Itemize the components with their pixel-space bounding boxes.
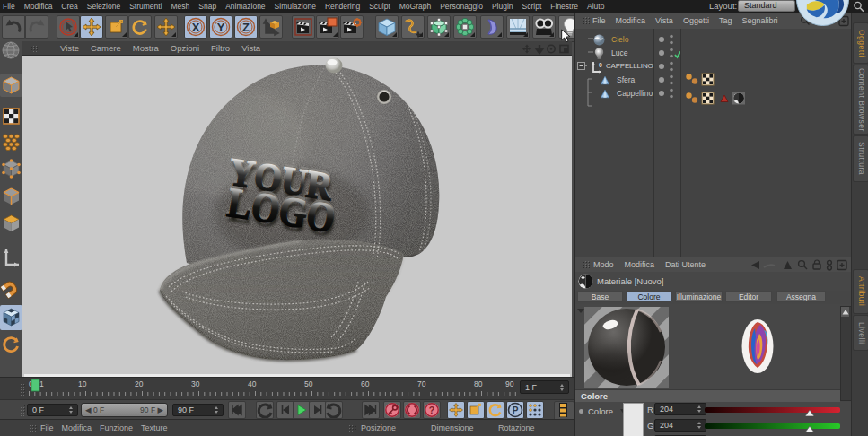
svg-text:60: 60 bbox=[361, 379, 370, 388]
svg-text:P: P bbox=[513, 405, 519, 415]
svg-text:0: 0 bbox=[599, 62, 602, 68]
svg-text:50: 50 bbox=[304, 379, 313, 388]
svg-text:Y: Y bbox=[217, 21, 225, 34]
svg-text:40: 40 bbox=[248, 379, 257, 388]
svg-text:?: ? bbox=[429, 405, 434, 415]
svg-text:70: 70 bbox=[417, 379, 426, 388]
svg-text:1: 1 bbox=[39, 379, 44, 388]
svg-text:Z: Z bbox=[242, 21, 250, 34]
svg-text:10: 10 bbox=[78, 379, 87, 388]
svg-text:20: 20 bbox=[135, 379, 144, 388]
svg-text:80: 80 bbox=[474, 379, 483, 388]
svg-text:30: 30 bbox=[191, 379, 200, 388]
svg-text:90: 90 bbox=[505, 379, 514, 388]
svg-text:X: X bbox=[192, 21, 200, 34]
